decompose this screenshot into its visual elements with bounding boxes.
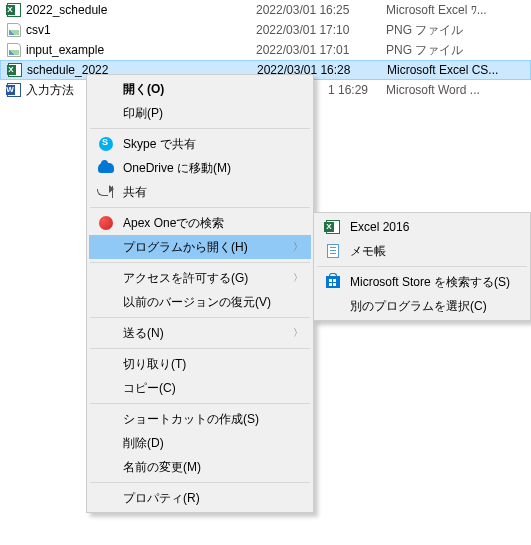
chevron-right-icon: 〉 [293, 326, 303, 340]
file-name: csv1 [26, 23, 51, 37]
file-type: Microsoft Excel CS... [387, 63, 530, 77]
file-date: 2022/03/01 17:01 [256, 43, 386, 57]
image-icon [6, 42, 22, 58]
menu-separator [90, 403, 310, 404]
menu-print[interactable]: 印刷(P) [89, 101, 311, 125]
chevron-right-icon: 〉 [293, 240, 303, 254]
menu-open-with[interactable]: プログラムから開く(H)〉 [89, 235, 311, 259]
apex-icon [97, 214, 115, 232]
menu-share[interactable]: 共有 [89, 180, 311, 204]
submenu-choose-program[interactable]: 別のプログラムを選択(C) [316, 294, 528, 318]
notepad-icon [324, 242, 342, 260]
onedrive-icon [97, 159, 115, 177]
word-icon [6, 82, 22, 98]
menu-separator [90, 348, 310, 349]
file-row[interactable]: 2022_schedule 2022/03/01 16:25 Microsoft… [0, 0, 531, 20]
submenu-excel[interactable]: Excel 2016 [316, 215, 528, 239]
menu-skype[interactable]: Skype で共有 [89, 132, 311, 156]
menu-delete[interactable]: 削除(D) [89, 431, 311, 455]
menu-separator [90, 317, 310, 318]
excel-icon [7, 62, 23, 78]
submenu-store[interactable]: Microsoft Store を検索する(S) [316, 270, 528, 294]
context-menu: 開く(O) 印刷(P) Skype で共有 OneDrive に移動(M) 共有… [86, 74, 314, 513]
file-type: PNG ファイル [386, 42, 531, 59]
menu-shortcut[interactable]: ショートカットの作成(S) [89, 407, 311, 431]
store-icon [324, 273, 342, 291]
file-row[interactable]: csv1 2022/03/01 17:10 PNG ファイル [0, 20, 531, 40]
excel-icon [324, 218, 342, 236]
excel-icon [6, 2, 22, 18]
menu-separator [90, 482, 310, 483]
share-icon [97, 183, 115, 201]
menu-cut[interactable]: 切り取り(T) [89, 352, 311, 376]
open-with-submenu: Excel 2016 メモ帳 Microsoft Store を検索する(S) … [313, 212, 531, 321]
menu-separator [90, 262, 310, 263]
menu-onedrive[interactable]: OneDrive に移動(M) [89, 156, 311, 180]
file-row[interactable]: input_example 2022/03/01 17:01 PNG ファイル [0, 40, 531, 60]
menu-properties[interactable]: プロパティ(R) [89, 486, 311, 510]
chevron-right-icon: 〉 [293, 271, 303, 285]
file-type: Microsoft Excel ﾜ... [386, 3, 531, 17]
menu-access[interactable]: アクセスを許可する(G)〉 [89, 266, 311, 290]
menu-rename[interactable]: 名前の変更(M) [89, 455, 311, 479]
file-name: input_example [26, 43, 104, 57]
menu-separator [90, 128, 310, 129]
file-type: Microsoft Word ... [386, 83, 531, 97]
menu-separator [90, 207, 310, 208]
file-name: 2022_schedule [26, 3, 107, 17]
menu-restore[interactable]: 以前のバージョンの復元(V) [89, 290, 311, 314]
skype-icon [97, 135, 115, 153]
file-type: PNG ファイル [386, 22, 531, 39]
image-icon [6, 22, 22, 38]
file-name: 入力方法 [26, 82, 74, 99]
menu-open[interactable]: 開く(O) [89, 77, 311, 101]
menu-separator [317, 266, 527, 267]
menu-copy[interactable]: コピー(C) [89, 376, 311, 400]
menu-send-to[interactable]: 送る(N)〉 [89, 321, 311, 345]
file-date: 2022/03/01 16:25 [256, 3, 386, 17]
submenu-notepad[interactable]: メモ帳 [316, 239, 528, 263]
file-date: 2022/03/01 17:10 [256, 23, 386, 37]
menu-apex[interactable]: Apex Oneでの検索 [89, 211, 311, 235]
